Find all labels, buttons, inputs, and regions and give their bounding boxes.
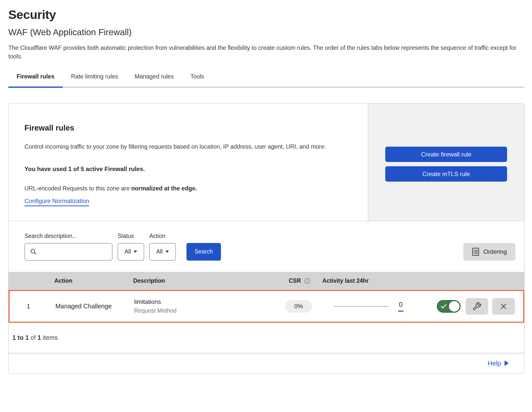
check-icon	[441, 304, 447, 309]
rule-description-cell: limitations Request Method	[134, 298, 278, 314]
search-icon	[30, 248, 37, 255]
normalization-bold: normalized at the edge.	[131, 185, 197, 192]
firewall-rules-summary: Firewall rules Control incoming traffic …	[9, 103, 524, 221]
normalization-text: URL-encoded Requests to this zone are	[24, 185, 131, 192]
rule-priority: 1	[27, 303, 30, 310]
rule-csr-badge: 0%	[285, 300, 312, 313]
create-actions-panel: Create firewall rule Create mTLS rule	[368, 103, 524, 221]
rule-action: Managed Challenge	[47, 303, 134, 310]
action-group: Action All	[149, 233, 176, 261]
firewall-rule-row[interactable]: 1 Managed Challenge limitations Request …	[9, 290, 524, 323]
rule-enabled-toggle[interactable]	[437, 300, 461, 313]
edit-rule-button[interactable]	[466, 298, 488, 315]
info-icon[interactable]	[304, 278, 311, 284]
create-firewall-rule-button[interactable]: Create firewall rule	[385, 147, 507, 162]
activity-sparkline	[333, 306, 389, 307]
help-link[interactable]: Help	[488, 359, 509, 367]
table-footer: 1 to 1 of 1 items	[9, 323, 524, 353]
search-group: Search description...	[24, 233, 112, 261]
delete-rule-button[interactable]	[492, 298, 515, 315]
waf-page: Security WAF (Web Application Firewall) …	[0, 0, 532, 374]
card-heading: Firewall rules	[24, 123, 353, 133]
usage-line: You have used 1 of 5 active Firewall rul…	[24, 166, 353, 173]
table-header: Action Description CSR Activity last 24h…	[9, 272, 524, 290]
action-select-value: All	[156, 248, 163, 255]
status-select[interactable]: All	[118, 243, 144, 261]
action-select[interactable]: All	[149, 243, 176, 261]
ordering-button-label: Ordering	[483, 248, 507, 255]
help-link-label: Help	[488, 359, 501, 367]
waf-tabbar: Firewall rules Rate limiting rules Manag…	[8, 70, 524, 88]
tab-tools[interactable]: Tools	[182, 70, 212, 88]
header-action: Action	[46, 277, 133, 284]
firewall-rules-card: Firewall rules Control incoming traffic …	[8, 103, 524, 373]
search-input[interactable]	[24, 243, 112, 261]
footer-range: 1 to 1	[12, 334, 29, 341]
chevron-down-icon	[165, 251, 169, 253]
page-title: Security	[8, 8, 524, 22]
create-mtls-rule-button[interactable]: Create mTLS rule	[385, 166, 507, 182]
footer-items: items	[41, 334, 58, 341]
status-group: Status All	[118, 233, 144, 261]
arrow-right-icon	[505, 360, 509, 366]
chevron-down-icon	[134, 251, 137, 253]
header-description: Description	[133, 277, 279, 284]
rule-description: limitations	[134, 298, 278, 305]
filter-bar: Search description... Status All	[9, 221, 524, 272]
card-description: Control incoming traffic to your zone by…	[24, 142, 353, 151]
page-description: The Cloudflare WAF provides both automat…	[8, 44, 519, 61]
header-activity: Activity last 24hr	[320, 277, 416, 284]
rule-activity-cell: 0	[319, 301, 415, 312]
activity-count-link[interactable]: 0	[398, 301, 403, 312]
tab-rate-limiting-rules[interactable]: Rate limiting rules	[63, 70, 126, 88]
tab-firewall-rules[interactable]: Firewall rules	[8, 70, 63, 88]
configure-normalization-link[interactable]: Configure Normalization	[24, 197, 89, 206]
search-button[interactable]: Search	[186, 243, 221, 261]
help-row: Help	[9, 353, 524, 373]
action-label: Action	[149, 233, 176, 239]
page-subtitle: WAF (Web Application Firewall)	[8, 27, 524, 37]
toggle-knob	[449, 301, 460, 312]
close-icon	[500, 302, 508, 310]
ordering-list-icon	[472, 248, 479, 256]
header-csr: CSR	[289, 277, 311, 284]
ordering-button[interactable]: Ordering	[463, 243, 515, 261]
normalization-line: URL-encoded Requests to this zone are no…	[24, 185, 353, 192]
footer-of: of	[29, 334, 37, 341]
search-label: Search description...	[24, 233, 112, 239]
footer-total: 1	[37, 334, 41, 341]
tab-managed-rules[interactable]: Managed rules	[126, 70, 182, 88]
firewall-rules-info: Firewall rules Control incoming traffic …	[9, 103, 368, 221]
status-label: Status	[118, 233, 144, 239]
wrench-icon	[472, 302, 481, 311]
status-select-value: All	[125, 248, 131, 255]
header-csr-label: CSR	[289, 277, 301, 284]
rule-controls	[415, 298, 523, 315]
rule-expression: Request Method	[134, 307, 278, 314]
